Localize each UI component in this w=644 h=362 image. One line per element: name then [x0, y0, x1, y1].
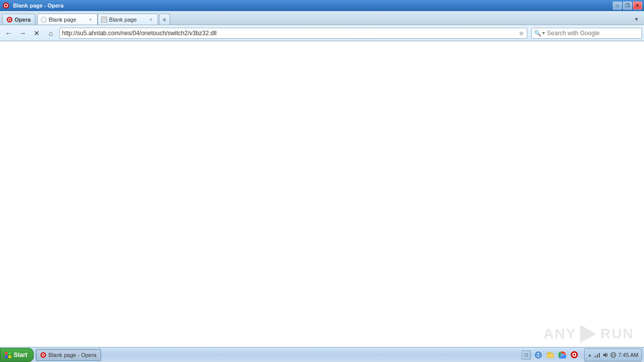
tray-network2-icon	[610, 352, 616, 358]
minimize-button[interactable]: −	[613, 2, 622, 10]
nav-bar: ← → ✕ ⌂ ★ 🔍 ▾	[0, 25, 644, 41]
opera-menu-label: Opera	[15, 17, 31, 23]
tab-trash-icon[interactable]: ▾	[631, 14, 642, 25]
chrome-icon[interactable]	[558, 350, 567, 359]
start-icon	[5, 351, 12, 358]
title-bar: Blank page - Opera − ❐ ✕	[0, 0, 644, 11]
search-input[interactable]	[547, 30, 639, 37]
opera-menu-button[interactable]: Opera	[2, 14, 35, 25]
svg-point-2	[7, 17, 13, 22]
tray-volume-icon	[602, 352, 608, 358]
show-desktop-icon[interactable]: □	[522, 350, 531, 359]
system-tray: ▲ 7:45 AM	[584, 348, 642, 361]
tab-1[interactable]: Blank page ×	[37, 14, 98, 25]
forward-button[interactable]: →	[16, 27, 29, 39]
search-icon[interactable]: 🔍	[534, 30, 541, 37]
restore-button[interactable]: ❐	[623, 2, 632, 10]
opera-logo-icon	[2, 2, 10, 10]
svg-rect-8	[9, 352, 11, 354]
start-label: Start	[14, 351, 27, 358]
bookmark-star-icon[interactable]: ★	[518, 29, 525, 37]
svg-point-11	[41, 352, 46, 357]
opera-taskbar-icon[interactable]	[570, 350, 579, 359]
explorer-icon[interactable]	[546, 350, 555, 359]
tab-1-label: Blank page	[49, 17, 76, 23]
tab-2[interactable]: Blank page ×	[98, 14, 158, 25]
main-content	[0, 41, 644, 347]
svg-rect-24	[599, 353, 600, 357]
address-bar-container: ★	[59, 28, 527, 39]
svg-point-0	[3, 3, 9, 9]
back-button[interactable]: ←	[2, 27, 15, 39]
taskbar-opera-icon	[40, 352, 46, 358]
search-dropdown-icon[interactable]: ▾	[542, 30, 545, 36]
close-button[interactable]: ✕	[633, 2, 642, 10]
svg-rect-9	[5, 355, 8, 358]
tray-network-icon	[594, 352, 600, 358]
search-bar-container: 🔍 ▾	[531, 28, 642, 39]
tab-2-close[interactable]: ×	[147, 16, 154, 23]
taskbar-quick-launch: □	[519, 350, 582, 359]
svg-rect-10	[9, 355, 11, 358]
home-button[interactable]: ⌂	[44, 27, 57, 39]
opera-icon	[7, 17, 13, 23]
title-bar-controls: − ❐ ✕	[613, 2, 642, 10]
svg-marker-25	[603, 352, 606, 357]
start-button[interactable]: Start	[0, 348, 34, 362]
svg-rect-7	[5, 352, 8, 354]
new-tab-button[interactable]: +	[159, 14, 170, 25]
svg-rect-22	[595, 356, 596, 357]
tab-1-close[interactable]: ×	[87, 16, 94, 23]
tray-expand-icon[interactable]: ▲	[588, 352, 592, 357]
title-bar-left: Blank page - Opera	[2, 2, 63, 10]
taskbar-apps: Blank page - Opera	[34, 349, 518, 361]
ie-icon[interactable]	[534, 350, 543, 359]
taskbar: Start Blank page - Opera □	[0, 347, 644, 362]
svg-rect-23	[597, 354, 598, 357]
tab-bar: Opera Blank page × Blank page × + ▾	[0, 11, 644, 25]
title-bar-title: Blank page - Opera	[13, 3, 63, 9]
taskbar-opera-app[interactable]: Blank page - Opera	[36, 349, 101, 361]
svg-point-19	[561, 353, 564, 355]
tab-1-loading-icon	[41, 17, 47, 23]
svg-point-20	[571, 351, 578, 358]
svg-rect-16	[547, 353, 554, 358]
address-input[interactable]	[62, 30, 516, 37]
clock: 7:45 AM	[618, 352, 638, 358]
tab-2-page-icon	[101, 17, 107, 23]
stop-button[interactable]: ✕	[30, 27, 43, 39]
taskbar-opera-label: Blank page - Opera	[48, 352, 96, 358]
tab-2-label: Blank page	[109, 17, 137, 23]
taskbar-right: ▲ 7:45 AM	[582, 348, 644, 361]
